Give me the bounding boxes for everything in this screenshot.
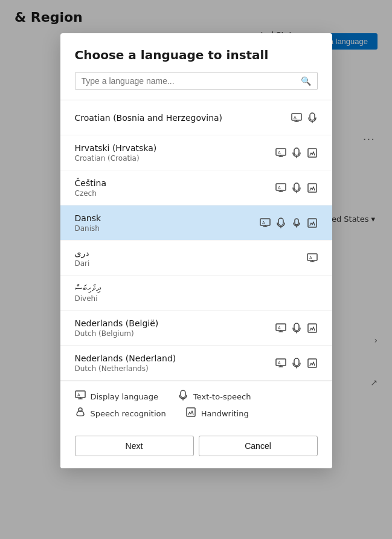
next-button[interactable]: Next	[75, 436, 194, 456]
modal-title: Choose a language to install	[75, 48, 318, 62]
tts-capability-icon	[275, 218, 286, 228]
svg-text:A: A	[278, 326, 281, 330]
tts-icon	[178, 390, 188, 403]
language-name-dutch-nl: Nederlands (Nederland)	[75, 353, 275, 363]
handwriting-capability-icon	[307, 218, 318, 228]
legend-tts: Text-to-speech	[178, 390, 251, 403]
search-box: 🔍	[75, 72, 318, 90]
language-list: Croatian (Bosnia and Herzegovina)AHrvats…	[60, 100, 332, 381]
svg-rect-14	[308, 219, 316, 227]
svg-rect-27	[181, 390, 185, 398]
svg-rect-29	[187, 408, 195, 416]
language-install-modal: Choose a language to install 🔍 Croatian …	[60, 33, 332, 468]
language-name-dutch-be: Nederlands (België)	[75, 318, 275, 328]
modal-legend: A Display language Text-to-speech	[60, 381, 332, 430]
speech-icon	[75, 407, 86, 420]
language-name-czech: Čeština	[75, 178, 275, 188]
language-item-croatian-hr[interactable]: Hrvatski (Hrvatska)Croatian (Croatia)A	[60, 135, 332, 170]
svg-rect-6	[308, 149, 316, 157]
language-name-divehi: ދިވެހިބަސް	[75, 283, 318, 293]
language-item-divehi[interactable]: ދިވެހިބަސްDivehi	[60, 276, 332, 311]
svg-rect-23	[294, 358, 299, 366]
language-name-croatian-hr: Hrvatski (Hrvatska)	[75, 143, 275, 153]
tts-capability-icon	[291, 323, 302, 334]
tts-capability-icon	[291, 358, 302, 369]
svg-rect-5	[294, 148, 299, 155]
language-subname-dutch-nl: Dutch (Netherlands)	[75, 364, 275, 373]
display-capability-icon: A	[260, 218, 271, 228]
language-item-croatian-bh[interactable]: Croatian (Bosnia and Herzegovina)A	[60, 100, 332, 135]
svg-text:A: A	[294, 115, 297, 120]
language-item-danish[interactable]: DanskDanishA	[60, 205, 332, 240]
language-search-input[interactable]	[82, 76, 301, 86]
display-capability-icon: A	[291, 112, 302, 123]
svg-rect-20	[308, 324, 316, 332]
svg-rect-24	[308, 359, 316, 367]
svg-text:A: A	[309, 256, 312, 260]
display-capability-icon: A	[275, 182, 286, 193]
legend-display-language: A Display language	[75, 390, 159, 403]
legend-row-2: Speech recognition Handwriting	[75, 407, 318, 420]
svg-text:A: A	[278, 186, 281, 190]
handwriting-capability-icon	[307, 182, 318, 193]
tts-capability-icon	[291, 147, 302, 158]
modal-overlay: Choose a language to install 🔍 Croatian …	[0, 0, 392, 539]
language-subname-divehi: Divehi	[75, 294, 318, 303]
svg-text:A: A	[262, 221, 265, 225]
cancel-button[interactable]: Cancel	[199, 436, 318, 456]
legend-display-label: Display language	[91, 392, 159, 401]
display-capability-icon: A	[275, 323, 286, 334]
legend-row-1: A Display language Text-to-speech	[75, 390, 318, 403]
handwriting-capability-icon	[307, 323, 318, 334]
search-icon: 🔍	[301, 76, 311, 86]
language-subname-czech: Czech	[75, 189, 275, 198]
display-capability-icon: A	[275, 358, 286, 369]
language-item-dari[interactable]: دریDariA	[60, 240, 332, 276]
display-capability-icon: A	[275, 147, 286, 158]
handwriting-capability-icon	[307, 147, 318, 158]
language-item-czech[interactable]: ČeštinaCzechA	[60, 170, 332, 205]
language-item-dutch-nl[interactable]: Nederlands (Nederland)Dutch (Netherlands…	[60, 346, 332, 381]
language-name-croatian-bh: Croatian (Bosnia and Herzegovina)	[75, 113, 291, 123]
svg-rect-2	[310, 113, 315, 120]
svg-rect-10	[308, 184, 316, 192]
language-subname-dari: Dari	[75, 259, 307, 268]
svg-rect-9	[294, 183, 299, 190]
svg-rect-13	[278, 218, 283, 225]
tts-capability-icon	[307, 112, 318, 123]
svg-text:A: A	[278, 150, 281, 155]
speech-capability-icon	[291, 218, 302, 228]
modal-header: Choose a language to install 🔍	[60, 33, 332, 100]
display-language-icon: A	[75, 390, 86, 403]
handwriting-icon	[185, 407, 196, 420]
legend-speech: Speech recognition	[75, 407, 166, 420]
svg-rect-19	[294, 323, 299, 331]
language-subname-croatian-hr: Croatian (Croatia)	[75, 154, 275, 163]
language-subname-dutch-be: Dutch (Belgium)	[75, 329, 275, 338]
display-capability-icon: A	[307, 253, 318, 263]
handwriting-capability-icon	[307, 358, 318, 369]
language-name-dari: دری	[75, 248, 307, 258]
legend-speech-label: Speech recognition	[91, 409, 166, 418]
language-item-dutch-be[interactable]: Nederlands (België)Dutch (Belgium)A	[60, 311, 332, 346]
modal-actions: Next Cancel	[60, 430, 332, 468]
svg-text:A: A	[77, 393, 80, 397]
language-name-danish: Dansk	[75, 213, 260, 223]
tts-capability-icon	[291, 182, 302, 193]
legend-handwriting-label: Handwriting	[201, 409, 249, 418]
legend-tts-label: Text-to-speech	[193, 392, 251, 401]
legend-handwriting: Handwriting	[185, 407, 249, 420]
language-subname-danish: Danish	[75, 224, 260, 233]
svg-text:A: A	[278, 361, 281, 365]
